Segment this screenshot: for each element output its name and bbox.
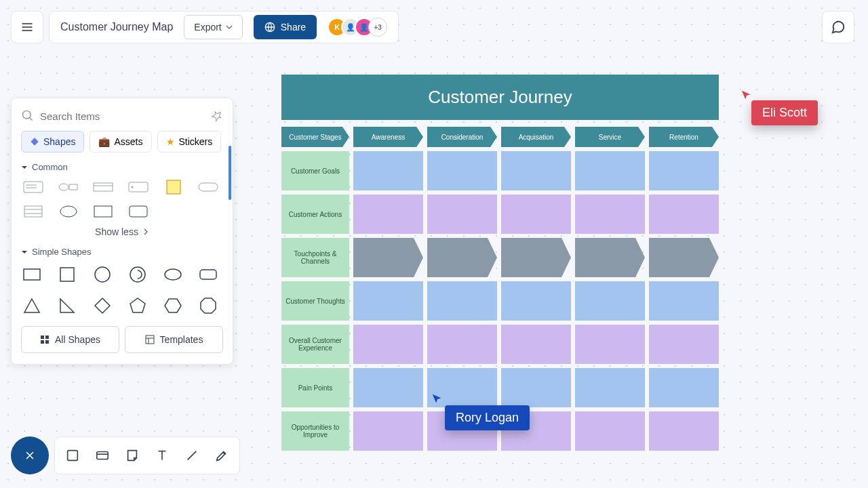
tool-card[interactable] <box>93 446 112 465</box>
row-label[interactable]: Customer Thoughts <box>281 281 349 321</box>
shape-diamond[interactable] <box>92 295 113 317</box>
svg-rect-6 <box>31 138 38 145</box>
close-icon <box>23 449 37 462</box>
collaborator-avatars[interactable]: K 👤 👤 +3 <box>328 18 387 37</box>
tool-text[interactable] <box>153 446 172 465</box>
journey-cell[interactable] <box>353 368 423 407</box>
journey-cell[interactable] <box>353 195 423 234</box>
journey-cell[interactable] <box>353 281 423 321</box>
journey-cell[interactable] <box>501 151 571 190</box>
shape-circle[interactable] <box>92 264 113 285</box>
shape-ellipse[interactable] <box>162 264 184 285</box>
journey-cell[interactable] <box>427 151 497 190</box>
journey-cell[interactable] <box>575 368 645 407</box>
shape-rounded-rect[interactable] <box>197 264 219 285</box>
section-common[interactable]: Common <box>21 162 223 172</box>
journey-cell[interactable] <box>649 151 719 190</box>
shape-item[interactable] <box>196 179 220 195</box>
section-simple-shapes[interactable]: Simple Shapes <box>21 247 223 257</box>
shape-pentagon[interactable] <box>127 295 149 317</box>
search-input[interactable] <box>40 110 205 122</box>
shape-octagon[interactable] <box>197 295 219 317</box>
shape-item[interactable] <box>91 179 115 195</box>
journey-cell[interactable] <box>575 195 645 234</box>
tool-note[interactable] <box>123 446 142 465</box>
journey-cell[interactable] <box>427 325 497 364</box>
shape-item[interactable] <box>161 179 186 195</box>
tab-stickers[interactable]: ★ Stickers <box>157 131 222 152</box>
journey-cell[interactable] <box>501 238 571 277</box>
row-label[interactable]: Overall Customer Experience <box>281 325 349 364</box>
journey-cell[interactable] <box>353 238 423 277</box>
shape-donut[interactable] <box>127 264 149 285</box>
export-button[interactable]: Export <box>184 15 242 39</box>
tab-shapes[interactable]: Shapes <box>21 131 84 152</box>
journey-cell[interactable] <box>427 238 497 277</box>
stage-header[interactable]: Service <box>575 127 645 147</box>
journey-cell[interactable] <box>501 368 571 407</box>
journey-cell[interactable] <box>575 281 645 321</box>
all-shapes-button[interactable]: All Shapes <box>21 326 119 353</box>
shape-rectangle[interactable] <box>21 264 43 285</box>
avatar-count[interactable]: +3 <box>368 18 387 37</box>
simple-shapes-grid <box>21 264 223 317</box>
close-panel-button[interactable] <box>11 436 49 474</box>
journey-cell[interactable] <box>649 195 719 234</box>
journey-cell[interactable] <box>649 281 719 321</box>
stage-header[interactable]: Customer Stages <box>281 127 349 147</box>
stage-header[interactable]: Awareness <box>353 127 423 147</box>
shapes-panel: Shapes 💼 Assets ★ Stickers Common Show l… <box>11 98 233 365</box>
tool-highlight[interactable] <box>212 446 231 465</box>
stage-header[interactable]: Acquisation <box>501 127 571 147</box>
journey-cell[interactable] <box>353 325 423 364</box>
shape-item[interactable] <box>126 203 151 220</box>
journey-cell[interactable] <box>649 238 719 277</box>
row-label[interactable]: Opportunities to Improve <box>281 411 349 451</box>
journey-cell[interactable] <box>501 281 571 321</box>
hamburger-menu-button[interactable] <box>11 11 43 43</box>
diagram-title[interactable]: Customer Journey <box>281 75 719 120</box>
journey-cell[interactable] <box>427 281 497 321</box>
share-button[interactable]: Share <box>254 15 317 39</box>
row-label[interactable]: Touchpoints & Channels <box>281 238 349 277</box>
scrollbar[interactable] <box>229 146 231 323</box>
cursor-icon <box>431 393 443 405</box>
journey-cell[interactable] <box>501 195 571 234</box>
tab-assets[interactable]: 💼 Assets <box>90 131 151 152</box>
stage-header[interactable]: Retention <box>649 127 719 147</box>
canvas-content[interactable]: Customer Journey Customer StagesAwarenes… <box>281 75 719 451</box>
shape-item[interactable] <box>56 179 81 195</box>
row-label[interactable]: Customer Goals <box>281 151 349 190</box>
row-label[interactable]: Customer Actions <box>281 195 349 234</box>
journey-cell[interactable] <box>575 325 645 364</box>
shape-item[interactable] <box>21 179 45 195</box>
show-less-button[interactable]: Show less <box>21 226 223 237</box>
shape-item[interactable] <box>91 203 115 220</box>
templates-button[interactable]: Templates <box>125 326 223 353</box>
pin-icon[interactable] <box>208 107 225 124</box>
row-label[interactable]: Pain Points <box>281 368 349 407</box>
star-icon: ★ <box>166 136 175 147</box>
shape-item[interactable] <box>21 203 45 220</box>
tool-rect[interactable] <box>63 446 82 465</box>
journey-cell[interactable] <box>649 325 719 364</box>
journey-cell[interactable] <box>353 411 423 451</box>
journey-cell[interactable] <box>427 195 497 234</box>
shape-square[interactable] <box>56 264 78 285</box>
document-title[interactable]: Customer Journey Map <box>60 21 173 33</box>
journey-cell[interactable] <box>649 368 719 407</box>
tool-line[interactable] <box>182 446 201 465</box>
shape-item[interactable] <box>126 179 151 195</box>
shape-right-triangle[interactable] <box>56 295 78 317</box>
journey-cell[interactable] <box>353 151 423 190</box>
journey-cell[interactable] <box>501 325 571 364</box>
shape-triangle[interactable] <box>21 295 43 317</box>
journey-cell[interactable] <box>575 238 645 277</box>
comment-button[interactable] <box>822 11 854 43</box>
journey-cell[interactable] <box>575 411 645 451</box>
journey-cell[interactable] <box>575 151 645 190</box>
shape-hexagon[interactable] <box>162 295 184 317</box>
shape-item[interactable] <box>56 203 81 220</box>
journey-cell[interactable] <box>649 411 719 451</box>
stage-header[interactable]: Consideration <box>427 127 497 147</box>
